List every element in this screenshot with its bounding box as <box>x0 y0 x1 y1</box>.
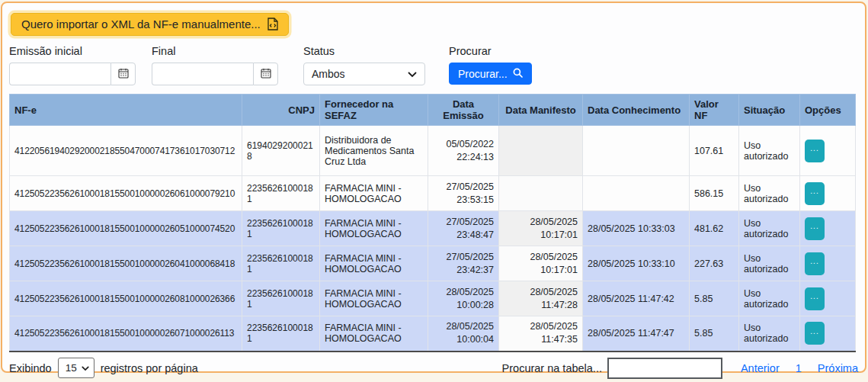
ellipsis-icon: ... <box>810 144 818 152</box>
valor-cell: 5.85 <box>690 316 739 352</box>
nfe-cell: 4125052235626100018155001000002607100002… <box>10 316 242 352</box>
column-header-opcoes: Opções <box>800 95 856 126</box>
fornecedor-cell: FARMACIA MINI - HOMOLOGACAO <box>320 316 428 352</box>
opcoes-cell: ... <box>800 246 856 281</box>
column-header-nfe: NF-e <box>10 95 242 126</box>
fornecedor-cell: FARMACIA MINI - HOMOLOGACAO <box>320 281 428 316</box>
emissao-date: 28/05/2025 <box>433 286 494 299</box>
data-conhecimento-cell: 28/05/2025 10:33:10 <box>583 246 690 281</box>
fornecedor-cell: FARMACIA MINI - HOMOLOGACAO <box>320 211 428 246</box>
final-calendar-button[interactable] <box>253 63 278 85</box>
valor-cell: 107.61 <box>690 126 739 176</box>
table-row: 4125052235626100018155001000002608100002… <box>10 281 856 316</box>
emissao-time: 22:24:13 <box>433 151 494 164</box>
opcoes-cell: ... <box>800 126 856 176</box>
import-xml-button[interactable]: Quero importar o XML da NF-e manualmente… <box>11 13 289 36</box>
xml-file-icon <box>267 18 278 30</box>
situacao-cell: Uso autorizado <box>739 316 800 352</box>
emissao-date: 27/05/2025 <box>433 251 494 264</box>
emissao-time: 23:48:47 <box>433 229 494 242</box>
table-footer: Exibindo 15 registros por página Procura… <box>9 358 858 379</box>
filter-emissao-inicial: Emissão inicial <box>9 45 136 85</box>
manifesto-date: 28/05/2025 <box>504 320 578 333</box>
ellipsis-icon: ... <box>810 327 818 335</box>
cnpj-cell: 61940292000218 <box>242 126 320 176</box>
exibindo-label: Exibindo <box>9 362 52 374</box>
options-button[interactable]: ... <box>805 140 825 162</box>
ellipsis-icon: ... <box>810 222 818 230</box>
cnpj-cell: 22356261000181 <box>242 211 320 246</box>
situacao-cell: Uso autorizado <box>739 126 800 176</box>
data-emissao-cell: 27/05/2025 23:53:15 <box>428 176 499 211</box>
options-button[interactable]: ... <box>805 217 825 240</box>
data-conhecimento-cell: 28/05/2025 11:47:42 <box>583 281 690 316</box>
status-label: Status <box>303 45 425 57</box>
valor-cell: 481.62 <box>690 211 739 246</box>
data-emissao-cell: 28/05/2025 10:00:28 <box>428 281 499 316</box>
fornecedor-cell: Distribuidora de Medicamentos Santa Cruz… <box>320 126 428 176</box>
options-button[interactable]: ... <box>805 287 825 310</box>
data-emissao-cell: 28/05/2025 10:00:04 <box>428 316 499 352</box>
ellipsis-icon: ... <box>810 257 818 265</box>
emissao-inicial-calendar-button[interactable] <box>111 63 136 85</box>
data-manifesto-cell: 28/05/2025 11:47:35 <box>499 316 583 352</box>
table-header-row: NF-e CNPJ Fornecedor na SEFAZ Data Emiss… <box>10 95 856 126</box>
data-emissao-cell: 05/05/2022 22:24:13 <box>428 126 499 176</box>
nfe-cell: 4125052235626100018155001000002606100007… <box>10 176 242 211</box>
manifesto-time: 11:47:35 <box>504 333 578 346</box>
manifesto-time: 10:17:01 <box>504 264 578 277</box>
data-manifesto-cell: 28/05/2025 11:47:28 <box>499 281 583 316</box>
filter-bar: Emissão inicial Final <box>9 45 858 85</box>
valor-cell: 5.85 <box>690 281 739 316</box>
page-size-value: 15 <box>66 362 77 374</box>
options-button[interactable]: ... <box>805 182 825 205</box>
data-conhecimento-cell <box>583 126 690 176</box>
opcoes-cell: ... <box>800 211 856 246</box>
pagination: Anterior 1 Próxima <box>732 362 858 374</box>
search-icon <box>513 68 523 80</box>
emissao-date: 27/05/2025 <box>433 216 494 229</box>
column-header-valor-nf: Valor NF <box>690 95 739 126</box>
table-search-input[interactable] <box>607 358 722 379</box>
manifesto-date: 28/05/2025 <box>504 216 578 229</box>
column-header-data-conhecimento: Data Conhecimento <box>583 95 690 126</box>
nfe-cell: 4125052235626100018155001000002608100002… <box>10 281 242 316</box>
pagination-previous-link[interactable]: Anterior <box>741 362 780 374</box>
ellipsis-icon: ... <box>810 187 818 195</box>
data-emissao-cell: 27/05/2025 23:42:37 <box>428 246 499 281</box>
emissao-inicial-input[interactable] <box>9 63 111 85</box>
manifesto-date: 28/05/2025 <box>504 251 578 264</box>
emissao-time: 23:42:37 <box>433 264 494 277</box>
column-header-data-emissao: Data Emissão <box>428 95 499 126</box>
situacao-cell: Uso autorizado <box>739 211 800 246</box>
data-manifesto-cell: 28/05/2025 10:17:01 <box>499 246 583 281</box>
status-select[interactable]: Ambos <box>303 63 425 85</box>
column-header-data-manifesto: Data Manifesto <box>499 95 583 126</box>
status-selected-value: Ambos <box>312 68 345 80</box>
options-button[interactable]: ... <box>805 252 825 275</box>
table-row: 4125052235626100018155001000002606100007… <box>10 176 856 211</box>
chevron-down-icon <box>408 68 417 80</box>
calendar-icon <box>118 68 129 81</box>
import-xml-label: Quero importar o XML da NF-e manualmente… <box>21 18 261 30</box>
procurar-button[interactable]: Procurar... <box>449 63 532 85</box>
situacao-cell: Uso autorizado <box>739 281 800 316</box>
filter-procurar: Procurar Procurar... <box>449 45 532 85</box>
data-conhecimento-cell: 28/05/2025 11:47:47 <box>583 316 690 352</box>
data-emissao-cell: 27/05/2025 23:48:47 <box>428 211 499 246</box>
cnpj-cell: 22356261000181 <box>242 246 320 281</box>
options-button[interactable]: ... <box>805 322 825 345</box>
nfe-table: NF-e CNPJ Fornecedor na SEFAZ Data Emiss… <box>9 94 856 352</box>
pagination-page-1-link[interactable]: 1 <box>796 362 802 374</box>
procurar-button-label: Procurar... <box>458 68 508 80</box>
column-header-cnpj: CNPJ <box>242 95 320 126</box>
cnpj-cell: 22356261000181 <box>242 316 320 352</box>
pagination-next-link[interactable]: Próxima <box>818 362 858 374</box>
fornecedor-cell: FARMACIA MINI - HOMOLOGACAO <box>320 176 428 211</box>
data-manifesto-cell <box>499 126 583 176</box>
emissao-inicial-label: Emissão inicial <box>9 45 136 57</box>
final-input[interactable] <box>152 63 253 85</box>
page-size-select[interactable]: 15 <box>58 358 94 378</box>
manifesto-time: 11:47:28 <box>504 299 578 312</box>
situacao-cell: Uso autorizado <box>739 176 800 211</box>
